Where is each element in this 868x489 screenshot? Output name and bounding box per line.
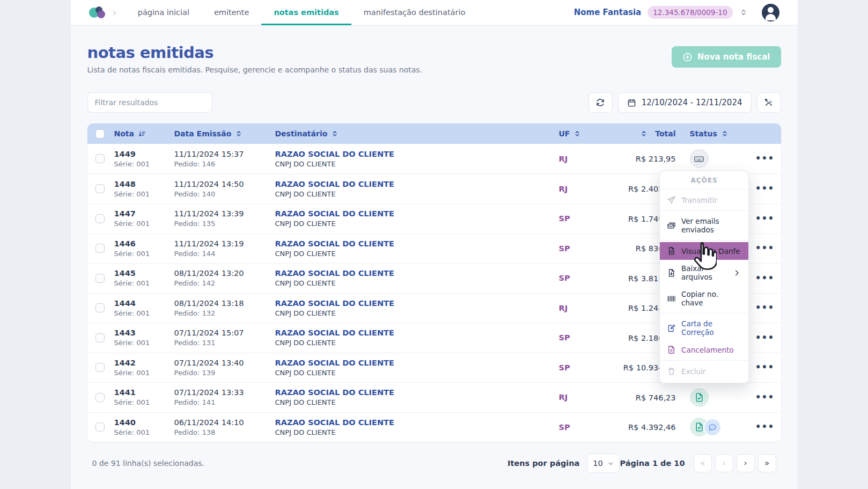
sort-descending-icon xyxy=(138,130,146,138)
filter-input[interactable] xyxy=(87,92,212,113)
user-avatar[interactable] xyxy=(762,4,779,21)
order-number: Pedido: 142 xyxy=(174,279,275,287)
menu-item-copiar-no-chave[interactable]: Copiar no. chave xyxy=(660,286,748,311)
uf-value: SP xyxy=(559,214,608,223)
row-checkbox[interactable] xyxy=(95,154,105,163)
plus-circle-icon xyxy=(682,52,693,62)
row-checkbox[interactable] xyxy=(95,303,105,312)
uf-value: RJ xyxy=(559,185,608,193)
emission-date: 08/11/2024 13:18 xyxy=(174,299,275,308)
total-value: R$ 746,23 xyxy=(636,393,676,402)
row-more-actions-button[interactable]: ••• xyxy=(752,360,778,375)
recipient-name-link[interactable]: RAZAO SOCIAL DO CLIENTE xyxy=(275,329,559,337)
column-header-data-emissao[interactable]: Data Emissão xyxy=(174,129,275,138)
recipient-cnpj: CNPJ DO CLIENTE xyxy=(275,339,559,347)
emission-date: 07/11/2024 13:33 xyxy=(174,388,275,397)
recipient-name-link[interactable]: RAZAO SOCIAL DO CLIENTE xyxy=(275,269,559,278)
recipient-name-link[interactable]: RAZAO SOCIAL DO CLIENTE xyxy=(275,239,559,248)
row-more-actions-button[interactable]: ••• xyxy=(752,419,778,435)
row-more-actions-button[interactable]: ••• xyxy=(752,271,778,286)
row-more-actions-button[interactable]: ••• xyxy=(752,300,778,316)
invoice-series: Série: 001 xyxy=(114,309,174,317)
order-number: Pedido: 146 xyxy=(174,160,275,168)
column-header-nota[interactable]: Nota xyxy=(114,129,174,138)
menu-item-ver-emails-enviados[interactable]: Ver emails enviados xyxy=(660,213,748,238)
column-header-uf[interactable]: UF xyxy=(559,129,608,138)
refresh-button[interactable] xyxy=(589,92,613,113)
invoice-series: Série: 001 xyxy=(114,160,174,168)
row-more-actions-button[interactable]: ••• xyxy=(752,181,778,196)
status-message-badge[interactable] xyxy=(704,419,720,435)
first-page-button[interactable]: « xyxy=(694,454,712,472)
total-value: R$ 213,95 xyxy=(636,155,676,163)
menu-item-transmitir: Transmitir xyxy=(660,191,748,209)
recipient-cnpj: CNPJ DO CLIENTE xyxy=(275,160,559,168)
recipient-name-link[interactable]: RAZAO SOCIAL DO CLIENTE xyxy=(275,150,559,158)
column-header-destinatario[interactable]: Destinatário xyxy=(275,129,559,138)
invoice-number: 1448 xyxy=(114,180,174,188)
column-header-total[interactable]: Total xyxy=(608,129,690,138)
invoice-number: 1440 xyxy=(114,418,174,427)
row-more-actions-button[interactable]: ••• xyxy=(752,330,778,346)
invoice-series: Série: 001 xyxy=(114,250,174,258)
last-page-button[interactable]: » xyxy=(758,454,776,472)
emission-date: 11/11/2024 13:19 xyxy=(174,239,275,248)
recipient-cnpj: CNPJ DO CLIENTE xyxy=(275,428,559,436)
row-more-actions-button[interactable]: ••• xyxy=(752,390,778,405)
previous-page-button[interactable]: ‹ xyxy=(715,454,733,472)
recipient-name-link[interactable]: RAZAO SOCIAL DO CLIENTE xyxy=(275,359,559,367)
new-invoice-button[interactable]: Nova nota fiscal xyxy=(672,46,781,68)
recipient-name-link[interactable]: RAZAO SOCIAL DO CLIENTE xyxy=(275,418,559,427)
row-checkbox[interactable] xyxy=(95,363,105,372)
emission-date: 06/11/2024 14:10 xyxy=(174,418,275,427)
recipient-name-link[interactable]: RAZAO SOCIAL DO CLIENTE xyxy=(275,299,559,308)
row-checkbox[interactable] xyxy=(95,274,105,283)
status-authorized-badge[interactable] xyxy=(690,388,709,407)
nav-item-3[interactable]: manifestação destinatário xyxy=(351,0,478,25)
invoice-series: Série: 001 xyxy=(114,428,174,436)
recipient-name-link[interactable]: RAZAO SOCIAL DO CLIENTE xyxy=(275,388,559,397)
row-more-actions-button[interactable]: ••• xyxy=(752,211,778,227)
page-heading-group: notas emitidas Lista de notas fiscais em… xyxy=(87,43,423,74)
nav-item-1[interactable]: emitente xyxy=(202,0,261,25)
order-number: Pedido: 140 xyxy=(174,190,275,198)
menu-item-cancelamento[interactable]: Cancelamento xyxy=(660,341,748,359)
recipient-name-link[interactable]: RAZAO SOCIAL DO CLIENTE xyxy=(275,180,559,188)
row-checkbox[interactable] xyxy=(95,333,105,342)
menu-item-baixar-arquivos[interactable]: Baixar arquivos xyxy=(660,260,748,286)
cnpj-badge[interactable]: 12.345.678/0009-10 xyxy=(648,6,732,19)
company-switcher-chevrons-icon[interactable] xyxy=(739,8,748,17)
emission-date: 11/11/2024 14:50 xyxy=(174,180,275,188)
invoice-number: 1447 xyxy=(114,209,174,218)
select-all-checkbox[interactable] xyxy=(95,129,105,138)
order-number: Pedido: 131 xyxy=(174,339,275,347)
row-more-actions-button[interactable]: ••• xyxy=(752,240,778,256)
row-more-actions-button[interactable]: ••• xyxy=(752,151,778,166)
emission-date: 07/11/2024 15:07 xyxy=(174,329,275,337)
nav-item-0[interactable]: página inicial xyxy=(126,0,202,25)
next-page-button[interactable]: › xyxy=(737,454,755,472)
barcode-icon xyxy=(667,294,676,303)
row-checkbox[interactable] xyxy=(95,214,105,223)
submenu-chevron-icon xyxy=(732,268,741,278)
table-row: 1449 Série: 001 11/11/2024 15:37 Pedido:… xyxy=(87,144,781,174)
table-settings-button[interactable] xyxy=(757,92,781,113)
menu-item-visualizar-danfe[interactable]: Visualizar Danfe xyxy=(660,242,748,260)
row-checkbox[interactable] xyxy=(95,393,105,402)
date-range-button[interactable]: 12/10/2024 - 12/11/2024 xyxy=(618,92,752,113)
company-name[interactable]: Nome Fantasia xyxy=(574,8,642,17)
invoice-number: 1442 xyxy=(114,359,174,367)
items-per-page-select[interactable]: 10 xyxy=(587,454,620,473)
status-typing-badge[interactable] xyxy=(690,149,709,168)
order-number: Pedido: 139 xyxy=(174,369,275,377)
menu-item-carta-de-corre-o[interactable]: Carta de Correção xyxy=(660,315,748,341)
app-logo-icon[interactable] xyxy=(89,5,107,20)
recipient-name-link[interactable]: RAZAO SOCIAL DO CLIENTE xyxy=(275,209,559,218)
row-checkbox[interactable] xyxy=(95,244,105,253)
calendar-icon xyxy=(627,98,636,107)
order-number: Pedido: 138 xyxy=(174,428,275,436)
row-checkbox[interactable] xyxy=(95,422,105,432)
row-checkbox[interactable] xyxy=(95,184,105,193)
column-header-status[interactable]: Status xyxy=(690,129,749,138)
nav-item-2[interactable]: notas emitidas xyxy=(261,0,351,25)
